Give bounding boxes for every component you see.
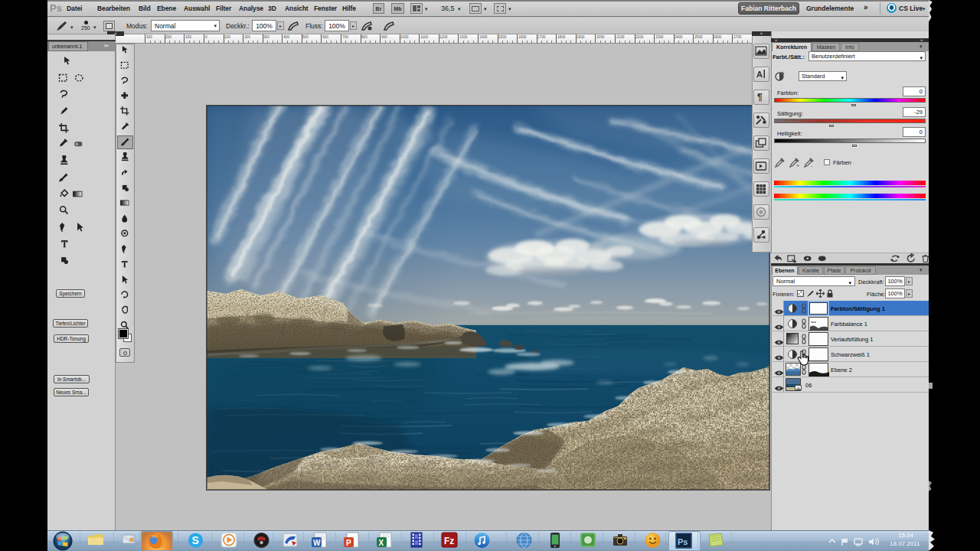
svg-text:S: S bbox=[192, 534, 199, 546]
svg-text:Fz: Fz bbox=[444, 536, 454, 546]
svg-text:Ps: Ps bbox=[678, 537, 688, 546]
svg-text:W: W bbox=[313, 539, 321, 547]
svg-text:-: - bbox=[811, 163, 813, 168]
svg-text:P: P bbox=[346, 539, 351, 547]
svg-text:+: + bbox=[796, 163, 799, 168]
svg-text:X: X bbox=[379, 539, 384, 547]
svg-text:¶: ¶ bbox=[757, 92, 763, 103]
svg-text:A: A bbox=[756, 70, 763, 79]
